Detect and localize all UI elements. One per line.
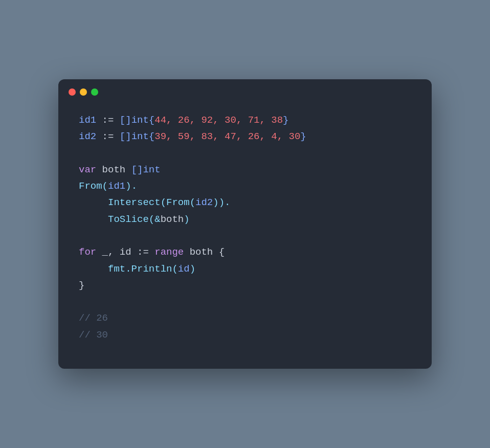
code-line-10: fmt.Println(id) — [79, 261, 411, 277]
code-line-13: // 26 — [79, 310, 411, 326]
code-window: id1 := []int{44, 26, 92, 30, 71, 38} id2… — [58, 79, 432, 369]
code-line-14: // 30 — [79, 327, 411, 343]
code-line-7: ToSlice(&both) — [79, 211, 411, 228]
code-block: id1 := []int{44, 26, 92, 30, 71, 38} id2… — [58, 104, 432, 369]
code-line-1: id1 := []int{44, 26, 92, 30, 71, 38} — [79, 112, 411, 128]
code-line-6: Intersect(From(id2)). — [79, 194, 411, 211]
code-line-11: } — [79, 277, 411, 294]
code-line-5: From(id1). — [79, 178, 411, 194]
code-line-2: id2 := []int{39, 59, 83, 47, 26, 4, 30} — [79, 128, 411, 145]
minimize-button[interactable] — [80, 88, 87, 96]
titlebar — [58, 79, 432, 104]
maximize-button[interactable] — [91, 88, 98, 96]
empty-line-3 — [79, 145, 411, 162]
empty-line-12 — [79, 294, 411, 310]
empty-line-8 — [79, 228, 411, 244]
code-line-4: var both []int — [79, 162, 411, 178]
close-button[interactable] — [69, 88, 76, 96]
code-line-9: for _, id := range both { — [79, 244, 411, 260]
var-id1: id1 — [79, 115, 96, 126]
